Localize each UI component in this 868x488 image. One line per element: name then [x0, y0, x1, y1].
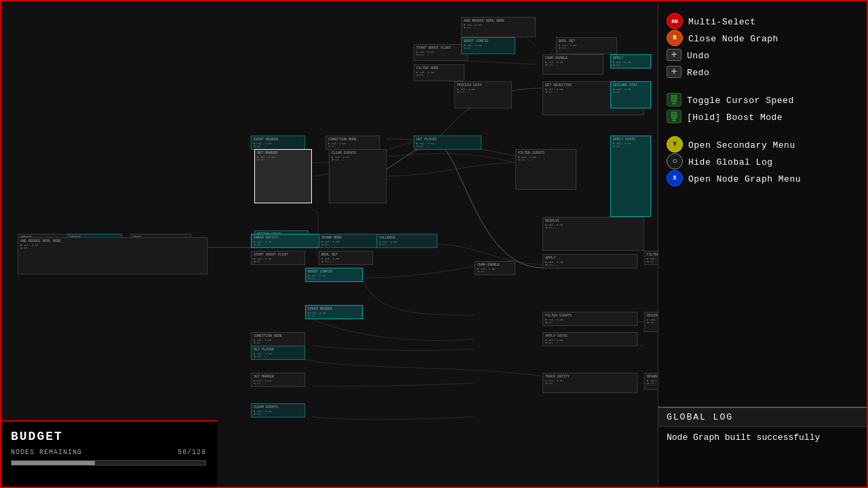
circle-button: ○: [667, 153, 683, 169]
node-n40[interactable]: CLEAR EVENTS► val: 0.00◄ in: --: [251, 403, 305, 418]
node-n36[interactable]: EVENT READER► val: 0.00◄ in: --: [305, 305, 363, 319]
node-n2[interactable]: START BOOST FLOAT► val: 0.00◄ in: --: [414, 44, 468, 61]
toggle-cursor-speed-label: Toggle Cursor Speed: [687, 96, 794, 106]
node-n37[interactable]: CONDITION NODE► val: 0.00◄ in: --: [251, 332, 305, 346]
node-n20[interactable]: SPAWN NODE► val: 0.00◄ in: --: [319, 234, 380, 248]
menu-item-multi-select[interactable]: RB Multi-Select: [664, 14, 863, 30]
menu-item-boost-mode[interactable]: [Hold] Boost Mode: [664, 109, 863, 125]
spacer-1: [664, 81, 863, 92]
open-node-graph-menu-label: Open Node Graph Menu: [688, 174, 801, 184]
toggle-cursor-button: [667, 93, 682, 106]
node-n42[interactable]: APPLY STATE► val: 0.00◄ in: --: [542, 332, 637, 346]
budget-panel: BUDGET NODES REMAINING 56/128: [0, 420, 217, 488]
b-button: B: [667, 30, 683, 46]
y-button: Y: [667, 136, 683, 152]
menu-item-hide-global-log[interactable]: ○ Hide Global Log: [664, 154, 863, 170]
node-n1[interactable]: AND REDUCE BOOL NODE► val: 0.00◄ in: --: [461, 17, 536, 37]
node-canvas[interactable]: AND REDUCE BOOL NODE► val: 0.00◄ in: --S…: [0, 0, 658, 488]
node-n4[interactable]: BOOST CONFIG► val: 0.00◄ in: --: [461, 37, 515, 54]
menu-item-close-node-graph[interactable]: B Close Node Graph: [664, 30, 863, 47]
x-button: X: [667, 170, 683, 186]
rb-button: RB: [667, 13, 683, 29]
menu-item-toggle-cursor-speed[interactable]: Toggle Cursor Speed: [664, 92, 863, 108]
node-n11[interactable]: EVENT READER► val: 0.00◄ in: --: [251, 136, 305, 150]
global-log-title: GLOBAL LOG: [658, 408, 867, 427]
node-n32[interactable]: FILTER NODE► val: 0.00◄ in: --: [644, 251, 658, 265]
node-n26[interactable]: AND REDUCE BOOL NODE► val: 0.00◄ in: --: [18, 237, 208, 274]
node-n30[interactable]: CHAR ENABLE► val: 0.00◄ in: --: [475, 261, 515, 275]
node-n8[interactable]: PROCESS DATA► val: 0.00◄ in: --: [454, 81, 512, 108]
close-node-graph-label: Close Node Graph: [688, 34, 778, 44]
node-n17[interactable]: APPLY STATE► val: 0.00◄ in: --: [610, 136, 651, 217]
spacer-2: [664, 126, 863, 137]
node-n41[interactable]: FILTER EVENTS► val: 0.00◄ in: --: [542, 312, 637, 326]
global-log-content: Node Graph built successfully: [658, 427, 867, 448]
global-log-panel: GLOBAL LOG Node Graph built successfully: [658, 407, 868, 488]
node-n6[interactable]: APPLY► val: 0.00◄ in: --: [610, 54, 651, 68]
node-n15[interactable]: CLEAR EVENTS► val: 0.00◄ in: --: [329, 149, 387, 203]
multi-select-label: Multi-Select: [688, 17, 756, 27]
undo-label: Undo: [687, 51, 709, 61]
progress-bar-fill: [12, 461, 95, 465]
node-n13[interactable]: GET PLAYER► val: 0.00◄ in: --: [414, 136, 481, 150]
node-n39[interactable]: SET MARKER► val: 0.00◄ in: --: [251, 373, 305, 387]
node-n43[interactable]: REGION CHECK► val: 0.00◄ in: --: [644, 312, 658, 332]
node-n45[interactable]: SPAWN NODE► val: 0.00◄ in: --: [644, 373, 658, 390]
hide-global-log-label: Hide Global Log: [688, 157, 773, 167]
redo-button: +: [667, 66, 682, 78]
open-secondary-menu-label: Open Secondary Menu: [688, 140, 795, 150]
nodes-remaining-label: NODES REMAINING: [11, 449, 82, 456]
svg-line-3: [468, 61, 536, 64]
node-n3[interactable]: BOOL SET► val: 0.00◄ in: --: [556, 37, 617, 54]
global-log-message: Node Graph built successfully: [667, 432, 859, 443]
svg-rect-4: [671, 95, 677, 102]
node-n28[interactable]: BOOL SET► val: 0.00◄ in: --: [319, 251, 373, 265]
redo-label: Redo: [687, 68, 709, 78]
node-n7[interactable]: FILTER NODE► val: 0.00◄ in: --: [414, 64, 465, 81]
menu-item-open-secondary-menu[interactable]: Y Open Secondary Menu: [664, 137, 863, 153]
node-n10[interactable]: DECLARE STAT► val: 0.00◄ in: --: [610, 81, 651, 108]
node-n5[interactable]: CHAR ENABLE► val: 0.00◄ in: --: [542, 54, 604, 75]
node-n14[interactable]: SET MARKER► val: 0.00◄ in: --: [254, 149, 312, 203]
node-n21[interactable]: CALLBACK► val: 0.00◄ in: --: [376, 234, 437, 248]
node-n22[interactable]: RESOLVE► val: 0.00◄ in: --: [542, 217, 644, 251]
menu-item-undo[interactable]: + Undo: [664, 47, 863, 64]
boost-mode-label: [Hold] Boost Mode: [687, 113, 783, 123]
boost-mode-button: [667, 110, 682, 123]
node-n16[interactable]: FILTER EVENTS► val: 0.00◄ in: --: [515, 149, 576, 190]
menu-item-open-node-graph-menu[interactable]: X Open Node Graph Menu: [664, 171, 863, 187]
node-n29[interactable]: BOOST CONFIG► val: 0.00◄ in: --: [305, 268, 363, 282]
node-n44[interactable]: TRACK ENTITY► val: 0.00◄ in: --: [542, 373, 637, 393]
undo-button: +: [667, 49, 682, 61]
menu-item-redo[interactable]: + Redo: [664, 64, 863, 81]
node-n27[interactable]: START BOOST FLOAT► val: 0.00◄ in: --: [251, 251, 305, 265]
svg-rect-7: [671, 112, 677, 119]
node-n31[interactable]: APPLY► val: 0.00◄ in: --: [542, 254, 637, 268]
budget-title: BUDGET: [11, 430, 206, 443]
progress-bar: [11, 460, 206, 466]
node-n12[interactable]: CONDITION NODE► val: 0.00◄ in: --: [326, 136, 380, 150]
nodes-remaining-row: NODES REMAINING 56/128: [11, 449, 206, 456]
node-n38[interactable]: GET PLAYER► val: 0.00◄ in: --: [251, 346, 305, 360]
nodes-remaining-value: 56/128: [178, 449, 206, 456]
